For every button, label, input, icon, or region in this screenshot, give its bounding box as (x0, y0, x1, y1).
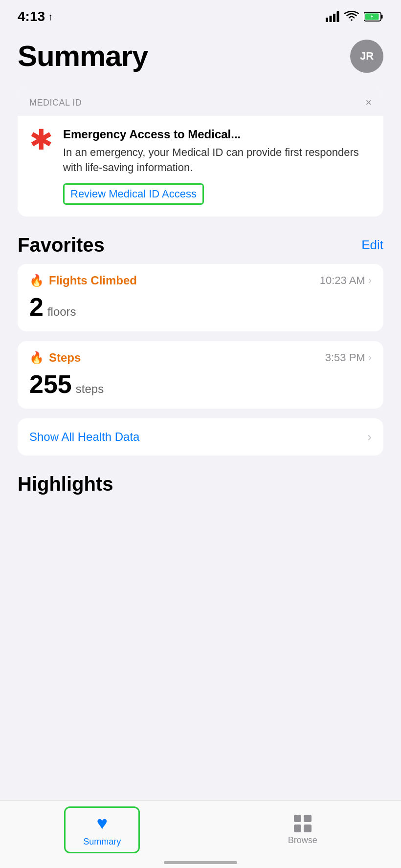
flame-icon-steps: 🔥 (29, 351, 44, 365)
show-all-card[interactable]: Show All Health Data › (18, 418, 383, 456)
medical-id-card: MEDICAL ID × ✱ Emergency Access to Medic… (18, 87, 383, 217)
bottom-nav: ♥ Summary Browse (0, 800, 401, 868)
medical-text: Emergency Access to Medical... In an eme… (63, 128, 372, 205)
header: Summary JR (18, 39, 383, 73)
flights-climbed-timestamp: 10:23 AM (320, 274, 365, 287)
show-all-chevron: › (367, 429, 372, 445)
steps-number: 255 (29, 369, 72, 399)
flights-climbed-label: Flights Climbed (49, 274, 137, 287)
steps-name: 🔥 Steps (29, 351, 81, 365)
steps-value: 255 steps (29, 369, 372, 399)
show-all-text: Show All Health Data (29, 430, 139, 444)
flights-climbed-time: 10:23 AM › (320, 274, 372, 287)
steps-unit: steps (76, 382, 104, 396)
status-bar: 4:13 ↑ (0, 0, 401, 29)
medical-id-label: MEDICAL ID (29, 98, 82, 108)
flights-climbed-unit: floors (47, 305, 76, 319)
review-medical-id-link[interactable]: Review Medical ID Access (70, 188, 197, 200)
highlights-title: Highlights (18, 473, 383, 495)
svg-rect-3 (337, 11, 339, 22)
svg-rect-0 (326, 18, 328, 22)
flights-climbed-chevron: › (368, 274, 372, 287)
status-time: 4:13 ↑ (18, 9, 53, 24)
location-icon: ↑ (48, 11, 53, 22)
time-display: 4:13 (18, 9, 45, 24)
flights-climbed-value: 2 floors (29, 292, 372, 322)
steps-time: 3:53 PM › (325, 351, 372, 364)
battery-icon (364, 11, 383, 22)
medical-id-close-button[interactable]: × (365, 96, 372, 109)
favorites-title: Favorites (18, 234, 105, 256)
steps-card[interactable]: 🔥 Steps 3:53 PM › 255 steps (18, 341, 383, 409)
grid-cell-3 (294, 825, 302, 832)
nav-browse-label: Browse (288, 835, 317, 846)
grid-icon (294, 815, 312, 832)
nav-item-browse[interactable]: Browse (268, 810, 337, 850)
flights-climbed-header: 🔥 Flights Climbed 10:23 AM › (29, 274, 372, 287)
main-content: Summary JR MEDICAL ID × ✱ Emergency Acce… (0, 29, 401, 495)
grid-cell-1 (294, 815, 302, 823)
signal-icon (326, 11, 339, 22)
steps-label: Steps (49, 351, 81, 365)
grid-cell-4 (304, 825, 312, 832)
page-title: Summary (18, 39, 148, 73)
flights-climbed-name: 🔥 Flights Climbed (29, 274, 137, 287)
favorites-section-header: Favorites Edit (18, 234, 383, 256)
medical-card-desc: In an emergency, your Medical ID can pro… (63, 145, 372, 175)
medical-card-title: Emergency Access to Medical... (63, 128, 372, 141)
nav-item-summary[interactable]: ♥ Summary (64, 806, 140, 853)
steps-header: 🔥 Steps 3:53 PM › (29, 351, 372, 365)
svg-rect-5 (381, 15, 383, 19)
status-icons (326, 11, 383, 22)
heart-icon: ♥ (96, 813, 108, 834)
avatar[interactable]: JR (350, 40, 383, 73)
review-link-wrapper[interactable]: Review Medical ID Access (63, 183, 204, 205)
grid-cell-2 (304, 815, 312, 823)
medical-card-header: MEDICAL ID × (18, 87, 383, 116)
svg-rect-2 (333, 14, 335, 22)
flame-icon-flights: 🔥 (29, 274, 44, 287)
medical-asterisk-icon: ✱ (29, 126, 53, 154)
steps-timestamp: 3:53 PM (325, 351, 365, 364)
home-indicator (164, 861, 237, 864)
flights-climbed-number: 2 (29, 292, 44, 322)
steps-chevron: › (368, 351, 372, 364)
flights-climbed-card[interactable]: 🔥 Flights Climbed 10:23 AM › 2 floors (18, 264, 383, 331)
nav-summary-label: Summary (83, 837, 121, 847)
medical-card-body: ✱ Emergency Access to Medical... In an e… (18, 116, 383, 217)
favorites-edit-button[interactable]: Edit (361, 238, 383, 253)
svg-rect-1 (330, 16, 332, 22)
wifi-icon (344, 11, 359, 22)
highlights-section: Highlights (18, 473, 383, 495)
